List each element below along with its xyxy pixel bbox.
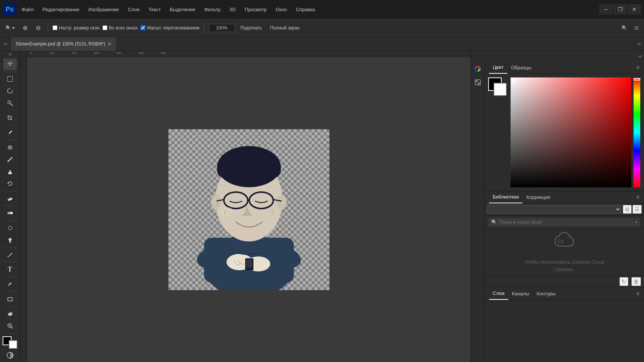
minimize-button[interactable]: ─ — [599, 4, 613, 15]
channels-tab[interactable]: Каналы — [508, 288, 533, 300]
search-dropdown-arrow[interactable]: ▾ — [635, 220, 637, 224]
separator-lt-8 — [3, 247, 17, 248]
nastroika-checkbox-wrap[interactable]: Настр. размер окон — [53, 25, 100, 31]
close-button[interactable]: ✕ — [628, 4, 641, 15]
magnifier-icon: 🔍 — [622, 25, 627, 31]
close-tab-button[interactable]: ✕ — [107, 41, 112, 47]
bottom-panel-menu[interactable]: ≡ — [636, 290, 640, 297]
libraries-tab[interactable]: Библиотеки — [489, 191, 523, 203]
ruler-label: 100 — [49, 51, 54, 55]
contours-tab[interactable]: Контуры — [533, 288, 559, 300]
screen-mode-button[interactable]: ⊡ — [632, 24, 641, 32]
move-tool[interactable] — [3, 58, 17, 70]
left-toolbar-collapse[interactable]: ≫ — [8, 52, 12, 56]
dodge-tool[interactable] — [3, 234, 17, 246]
menu-edit[interactable]: Редактирование — [39, 5, 83, 14]
stamp-tool[interactable] — [3, 166, 17, 178]
ruler-label: 300 — [94, 51, 99, 55]
separator-lt-11 — [3, 291, 17, 292]
nastroika-checkbox[interactable] — [53, 25, 57, 30]
menu-image[interactable]: Изображение — [85, 5, 123, 14]
libraries-dropdown[interactable] — [487, 205, 621, 214]
zoom-out-button[interactable]: ⊖ — [33, 23, 43, 33]
shape-tool[interactable] — [3, 293, 17, 305]
fg-bg-selector[interactable] — [488, 77, 507, 96]
bottom-panel-tabs: Слои Каналы Контуры ≡ — [484, 288, 644, 300]
maximize-button[interactable]: ❐ — [613, 4, 627, 15]
fit-button[interactable]: Подогнать — [238, 24, 265, 32]
vsekh-checkbox-wrap[interactable]: Во всех окнах — [102, 25, 138, 31]
zoom-in-icon: ⊕ — [23, 24, 28, 31]
zoom-input[interactable]: 100% — [209, 24, 235, 32]
eyedropper-tool[interactable] — [3, 127, 17, 139]
quick-select-tool[interactable] — [3, 98, 17, 109]
text-tool[interactable]: T — [3, 264, 17, 275]
path-select-tool[interactable] — [3, 279, 17, 290]
color-panel-menu[interactable]: ≡ — [636, 64, 640, 71]
list-view-button[interactable]: ☰ — [632, 205, 642, 214]
zoom-in-button[interactable]: ⊕ — [20, 23, 30, 33]
menu-window[interactable]: Окно — [272, 5, 291, 14]
masshtab-checkbox-wrap[interactable]: Масшт. перетаскиванием — [141, 25, 199, 31]
eraser-tool[interactable] — [3, 193, 17, 204]
gradient-tool[interactable] — [3, 207, 17, 219]
adjustment-panel-icon[interactable] — [472, 77, 483, 88]
vsekh-checkbox[interactable] — [102, 25, 107, 30]
masshtab-checkbox[interactable] — [141, 25, 145, 30]
separator-lt-4 — [3, 140, 17, 140]
right-icon-strip — [471, 62, 484, 362]
grid-view-button[interactable]: ⊞ — [623, 205, 632, 214]
brush-tool[interactable] — [3, 154, 17, 165]
lasso-tool[interactable] — [3, 85, 17, 97]
pen-tool[interactable] — [3, 249, 17, 261]
layers-panel-body — [484, 300, 644, 306]
correction-tab[interactable]: Коррекция — [523, 191, 554, 203]
svg-line-2 — [11, 104, 13, 106]
history-brush-tool[interactable] — [3, 178, 17, 190]
tab-collapse-left[interactable]: ≫ — [0, 37, 11, 51]
bottom-panels: Слои Каналы Контуры ≡ — [484, 288, 644, 362]
background-color[interactable] — [493, 83, 507, 96]
rectangular-select-tool[interactable] — [3, 73, 17, 85]
menu-view[interactable]: Просмотр — [241, 5, 270, 14]
menu-text[interactable]: Текст — [145, 5, 165, 14]
color-panel-icon[interactable] — [472, 63, 483, 74]
fullscreen-button[interactable]: Полный экран — [268, 24, 302, 32]
color-selector[interactable] — [3, 336, 18, 349]
right-collapse-arrow[interactable]: ≪ — [638, 54, 642, 58]
crop-tool[interactable] — [3, 112, 17, 124]
menu-3d[interactable]: 3D — [226, 5, 240, 14]
menu-layers[interactable]: Слои — [124, 5, 143, 14]
svg-point-38 — [219, 207, 234, 216]
layers-tab[interactable]: Слои — [489, 288, 508, 300]
document-tab[interactable]: StickerExample.psd @ 100% (512s, RGB/8*)… — [11, 37, 117, 51]
refresh-button[interactable]: ↻ — [619, 277, 628, 286]
menu-help[interactable]: Справка — [292, 5, 319, 14]
color-tab[interactable]: Цвет — [489, 62, 507, 74]
search-button[interactable]: 🔍 — [619, 24, 630, 32]
zoom-dropdown-button[interactable]: 🔍 ▾ — [3, 24, 17, 32]
zoom-tool[interactable] — [3, 320, 17, 331]
tab-right-collapse[interactable]: ≫ — [637, 42, 641, 46]
blur-tool[interactable] — [3, 222, 17, 234]
svg-text:Cc: Cc — [558, 238, 564, 244]
library-search-input[interactable] — [499, 220, 633, 225]
color-panel-body — [484, 74, 644, 191]
svg-point-32 — [276, 195, 287, 210]
libraries-panel-menu[interactable]: ≡ — [636, 194, 640, 201]
hand-tool[interactable] — [3, 308, 17, 320]
background-color-chip[interactable] — [9, 340, 18, 349]
canvas-area[interactable] — [27, 57, 471, 362]
menu-select[interactable]: Выделение — [166, 5, 199, 14]
quick-mask-button[interactable] — [6, 351, 14, 361]
delete-button[interactable]: 🗑 — [631, 277, 641, 286]
menu-filter[interactable]: Фильтр — [201, 5, 224, 14]
right-panel-inner: Цвет Образцы ≡ — [471, 62, 644, 362]
samples-tab[interactable]: Образцы — [507, 62, 535, 74]
hue-slider[interactable] — [634, 77, 640, 187]
healing-tool[interactable] — [3, 142, 17, 153]
menu-file[interactable]: Файл — [18, 5, 37, 14]
separator-lt-6 — [3, 206, 17, 206]
color-gradient-picker[interactable] — [511, 77, 631, 187]
tab-bar: ≫ StickerExample.psd @ 100% (512s, RGB/8… — [0, 37, 644, 51]
